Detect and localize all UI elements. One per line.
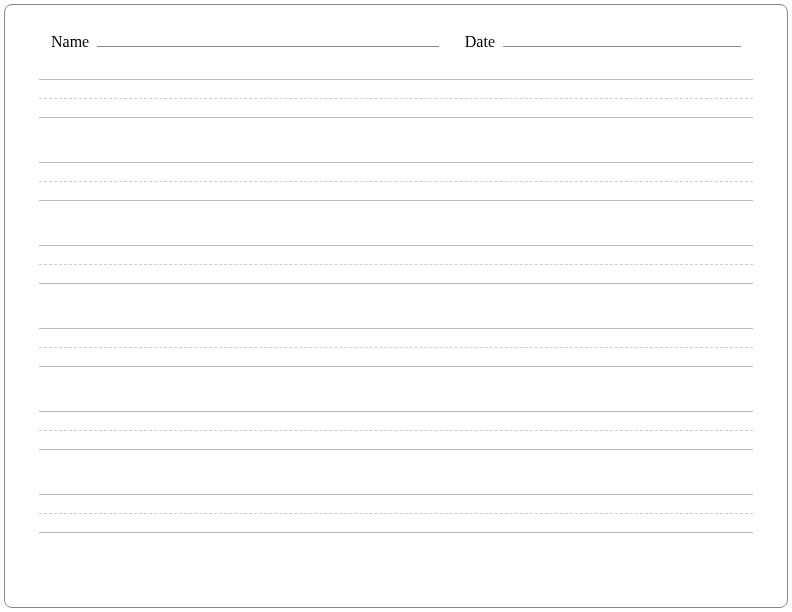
mid-guideline [39,181,753,182]
top-guideline [39,245,753,246]
writing-area [37,79,755,533]
date-label: Date [465,33,495,51]
writing-line-group[interactable] [39,245,753,284]
mid-guideline [39,347,753,348]
header-row: Name Date [37,29,755,51]
base-guideline [39,366,753,367]
worksheet-page: Name Date [4,4,788,608]
base-guideline [39,200,753,201]
base-guideline [39,532,753,533]
mid-guideline [39,98,753,99]
writing-line-group[interactable] [39,494,753,533]
base-guideline [39,449,753,450]
name-label: Name [51,33,89,51]
mid-guideline [39,513,753,514]
mid-guideline [39,264,753,265]
top-guideline [39,162,753,163]
top-guideline [39,79,753,80]
writing-line-group[interactable] [39,328,753,367]
top-guideline [39,411,753,412]
top-guideline [39,494,753,495]
top-guideline [39,328,753,329]
mid-guideline [39,430,753,431]
base-guideline [39,117,753,118]
date-input-line[interactable] [503,29,741,47]
writing-line-group[interactable] [39,411,753,450]
writing-line-group[interactable] [39,162,753,201]
name-input-line[interactable] [97,29,439,47]
writing-line-group[interactable] [39,79,753,118]
base-guideline [39,283,753,284]
